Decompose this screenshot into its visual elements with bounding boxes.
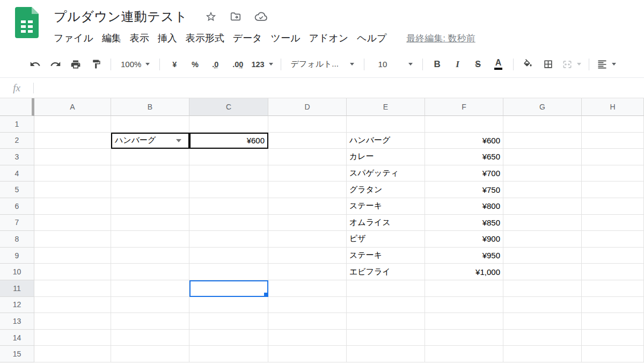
cell-D10[interactable] bbox=[268, 264, 347, 280]
cell-F2[interactable]: ¥600 bbox=[425, 133, 503, 149]
cell-A3[interactable] bbox=[34, 149, 111, 165]
cell-D5[interactable] bbox=[268, 182, 347, 198]
cell-F8[interactable]: ¥900 bbox=[425, 231, 503, 248]
cell-D9[interactable] bbox=[268, 248, 347, 264]
cell-A13[interactable] bbox=[34, 313, 111, 330]
cell-F10[interactable]: ¥1,000 bbox=[425, 264, 503, 280]
last-edit-status[interactable]: 最終編集: 数秒前 bbox=[406, 32, 475, 45]
cell-H12[interactable] bbox=[582, 297, 644, 314]
cell-C11[interactable] bbox=[189, 280, 268, 297]
cell-A2[interactable] bbox=[34, 133, 111, 149]
font-size-select[interactable]: 10 bbox=[374, 56, 413, 72]
cell-A9[interactable] bbox=[34, 248, 111, 264]
cell-D13[interactable] bbox=[268, 313, 347, 330]
document-title[interactable]: プルダウン連動テスト bbox=[54, 8, 188, 25]
cell-A8[interactable] bbox=[34, 231, 111, 248]
row-header-4[interactable]: 4 bbox=[0, 165, 34, 182]
cell-H9[interactable] bbox=[582, 248, 644, 264]
cell-A14[interactable] bbox=[34, 330, 111, 346]
cell-D8[interactable] bbox=[268, 231, 347, 248]
undo-button[interactable] bbox=[28, 56, 42, 72]
cell-E8[interactable]: ピザ bbox=[347, 231, 425, 248]
italic-button[interactable]: I bbox=[451, 56, 465, 72]
cell-G1[interactable] bbox=[503, 116, 582, 133]
move-folder-icon[interactable] bbox=[230, 11, 241, 23]
cell-F11[interactable] bbox=[425, 280, 503, 297]
cell-G7[interactable] bbox=[503, 215, 582, 231]
row-header-13[interactable]: 13 bbox=[0, 313, 34, 330]
menu-addons[interactable]: アドオン bbox=[309, 32, 348, 45]
more-formats-button[interactable]: 123 bbox=[251, 56, 273, 72]
cell-B11[interactable] bbox=[111, 280, 189, 297]
menu-data[interactable]: データ bbox=[233, 32, 262, 45]
cell-E6[interactable]: ステーキ bbox=[347, 198, 425, 215]
cell-A11[interactable] bbox=[34, 280, 111, 297]
column-header-C[interactable]: C bbox=[189, 98, 268, 116]
text-color-button[interactable]: A bbox=[492, 56, 506, 72]
column-header-D[interactable]: D bbox=[268, 98, 347, 116]
cell-B4[interactable] bbox=[111, 165, 189, 182]
cell-E10[interactable]: エビフライ bbox=[347, 264, 425, 280]
cell-F14[interactable] bbox=[425, 330, 503, 346]
strikethrough-button[interactable]: S bbox=[471, 56, 485, 72]
redo-button[interactable] bbox=[48, 56, 62, 72]
fill-color-button[interactable] bbox=[521, 56, 535, 72]
cell-F3[interactable]: ¥650 bbox=[425, 149, 503, 165]
cell-D1[interactable] bbox=[268, 116, 347, 133]
zoom-select[interactable]: 100% bbox=[121, 56, 150, 72]
cell-C12[interactable] bbox=[189, 297, 268, 314]
column-header-E[interactable]: E bbox=[347, 98, 425, 116]
cell-A5[interactable] bbox=[34, 182, 111, 198]
cell-D6[interactable] bbox=[268, 198, 347, 215]
cell-F5[interactable]: ¥750 bbox=[425, 182, 503, 198]
cell-A10[interactable] bbox=[34, 264, 111, 280]
menu-format[interactable]: 表示形式 bbox=[186, 32, 224, 45]
cell-B1[interactable] bbox=[111, 116, 189, 133]
format-percent-button[interactable]: % bbox=[188, 56, 202, 72]
cell-C14[interactable] bbox=[189, 330, 268, 346]
row-header-9[interactable]: 9 bbox=[0, 248, 34, 264]
cell-E7[interactable]: オムライス bbox=[347, 215, 425, 231]
cell-D11[interactable] bbox=[268, 280, 347, 297]
cell-dropdown-icon[interactable] bbox=[176, 139, 181, 142]
cell-C7[interactable] bbox=[189, 215, 268, 231]
bold-button[interactable]: B bbox=[430, 56, 444, 72]
cell-D2[interactable] bbox=[268, 133, 347, 149]
row-header-3[interactable]: 3 bbox=[0, 149, 34, 165]
row-header-6[interactable]: 6 bbox=[0, 198, 34, 215]
cell-F9[interactable]: ¥950 bbox=[425, 248, 503, 264]
cell-G12[interactable] bbox=[503, 297, 582, 314]
cell-E12[interactable] bbox=[347, 297, 425, 314]
column-header-B[interactable]: B bbox=[111, 98, 189, 116]
cell-B5[interactable] bbox=[111, 182, 189, 198]
select-all-corner[interactable] bbox=[0, 98, 34, 116]
menu-tools[interactable]: ツール bbox=[271, 32, 301, 45]
cell-E4[interactable]: スパゲッティ bbox=[347, 165, 425, 182]
cell-A6[interactable] bbox=[34, 198, 111, 215]
cell-A7[interactable] bbox=[34, 215, 111, 231]
cell-D4[interactable] bbox=[268, 165, 347, 182]
cell-D7[interactable] bbox=[268, 215, 347, 231]
cell-F15[interactable] bbox=[425, 346, 503, 362]
column-header-H[interactable]: H bbox=[582, 98, 644, 116]
row-header-8[interactable]: 8 bbox=[0, 231, 34, 248]
cell-F1[interactable] bbox=[425, 116, 503, 133]
cell-D15[interactable] bbox=[268, 346, 347, 362]
row-header-7[interactable]: 7 bbox=[0, 215, 34, 231]
cell-H1[interactable] bbox=[582, 116, 644, 133]
cell-B13[interactable] bbox=[111, 313, 189, 330]
cell-G15[interactable] bbox=[503, 346, 582, 362]
cell-H14[interactable] bbox=[582, 330, 644, 346]
cell-G3[interactable] bbox=[503, 149, 582, 165]
column-header-F[interactable]: F bbox=[425, 98, 503, 116]
cell-G2[interactable] bbox=[503, 133, 582, 149]
cell-C15[interactable] bbox=[189, 346, 268, 362]
format-currency-button[interactable]: ¥ bbox=[167, 56, 181, 72]
cell-B15[interactable] bbox=[111, 346, 189, 362]
cell-F13[interactable] bbox=[425, 313, 503, 330]
cell-A1[interactable] bbox=[34, 116, 111, 133]
cell-E11[interactable] bbox=[347, 280, 425, 297]
paint-format-button[interactable] bbox=[89, 56, 103, 72]
menu-view[interactable]: 表示 bbox=[130, 32, 149, 45]
cell-D14[interactable] bbox=[268, 330, 347, 346]
